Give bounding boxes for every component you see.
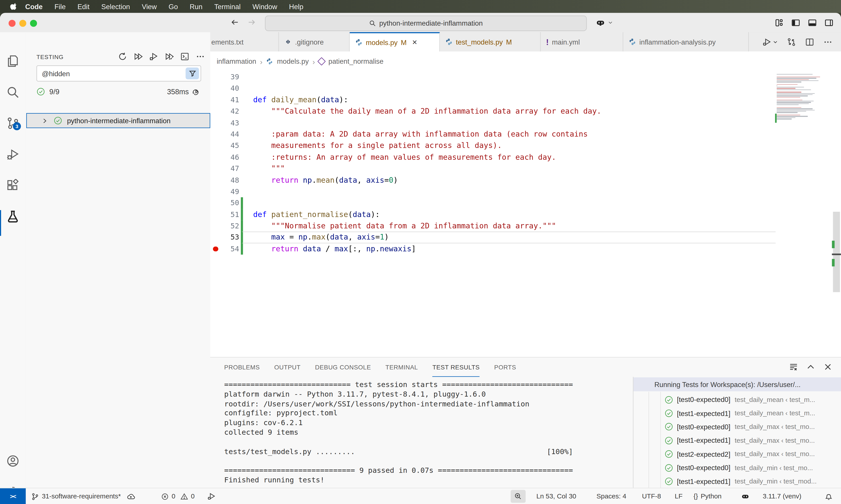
copilot-status-icon[interactable] [741,488,750,504]
breakpoint-icon[interactable] [210,247,221,252]
test-result-item[interactable]: [test1-expected1]test_daily_max ‹ test_m… [633,434,841,447]
code-line-40[interactable]: 40 [210,83,841,94]
refresh-tests-icon[interactable] [118,52,127,61]
maximize-panel-icon[interactable] [806,362,816,372]
debug-tests-icon[interactable] [149,52,158,61]
test-result-item[interactable]: [test2-expected2]test_daily_max ‹ test_m… [633,447,841,461]
back-arrow-icon[interactable] [230,18,239,27]
branch-item[interactable]: 31-software-requirements* [31,488,135,504]
test-result-item[interactable]: [test1-expected1]test_daily_mean ‹ test_… [633,407,841,420]
code-line-44[interactable]: 44 :param data: A 2D data array with inf… [210,129,841,140]
test-result-item[interactable]: [test0-expected0]test_daily_max ‹ test_m… [633,420,841,434]
test-result-item[interactable]: [test1-expected1]test_daily_min ‹ test_m… [633,474,841,488]
indentation[interactable]: Spaces: 4 [596,488,626,504]
line-number[interactable]: 43 [221,117,239,129]
breadcrumb-folder[interactable]: inflammation [217,57,256,65]
encoding[interactable]: UTF-8 [642,488,661,504]
forward-arrow-icon[interactable] [247,18,257,27]
panel-tab-debug-console[interactable]: DEBUG CONSOLE [315,358,371,377]
coverage-tests-icon[interactable] [165,52,174,61]
line-number[interactable]: 47 [221,163,239,175]
tab-gitignore[interactable]: .gitignore [279,32,350,52]
python-interpreter[interactable]: 3.11.7 (venv) [763,488,801,504]
run-python-file-icon[interactable] [762,37,778,46]
minimap[interactable] [776,74,828,125]
line-number[interactable]: 53 [221,232,239,243]
code-line-47[interactable]: 47 """ [210,163,841,175]
problems-item[interactable]: 0 0 [161,488,195,504]
code-line-53[interactable]: 53 max = np.max(data, axis=1) [210,232,841,243]
code-line-51[interactable]: 51def patient_normalise(data): [210,209,841,220]
code-line-50[interactable]: 50 [210,197,841,209]
toggle-secondary-sidebar-icon[interactable] [824,18,834,28]
panel-tab-terminal[interactable]: TERMINAL [385,358,418,377]
scrollbar-thumb[interactable] [833,212,840,292]
menu-window[interactable]: Window [252,2,277,11]
test-filter-input[interactable]: @hidden [37,65,202,81]
language-mode[interactable]: {} Python [694,488,722,504]
toggle-panel-icon[interactable] [808,18,817,28]
testing-icon[interactable] [6,210,19,223]
debug-status-icon[interactable] [207,488,215,504]
tab-models-py[interactable]: models.py M ✕ [350,32,440,52]
menu-edit[interactable]: Edit [77,2,90,11]
code-text[interactable]: def patient_normalise(data): [253,209,380,220]
test-result-item[interactable]: [test0-expected0]test_daily_min ‹ test_m… [633,461,841,474]
panel-tab-ports[interactable]: PORTS [494,358,516,377]
line-number[interactable]: 52 [221,220,239,232]
menu-terminal[interactable]: Terminal [214,2,241,11]
code-line-39[interactable]: 39 [210,71,841,83]
code-line-41[interactable]: 41def daily_mean(data): [210,94,841,106]
code-text[interactable]: max = np.max(data, axis=1) [253,232,389,243]
code-line-52[interactable]: 52 """Normalise patient data from a 2D i… [210,220,841,232]
close-icon[interactable]: ✕ [412,38,417,46]
line-number[interactable]: 49 [221,186,239,197]
test-terminal-icon[interactable] [180,52,189,61]
code-text[interactable]: measurements for a single patient across… [253,140,502,151]
panel-tab-problems[interactable]: PROBLEMS [224,358,260,377]
code-text[interactable]: :returns: An array of mean values of mea… [253,151,556,163]
line-number[interactable]: 50 [221,197,239,209]
more-actions-icon[interactable] [196,52,205,61]
copilot-icon[interactable] [595,18,606,28]
panel-tab-output[interactable]: OUTPUT [274,358,300,377]
rerun-icon[interactable] [192,87,200,96]
code-text[interactable]: :param data: A 2D data array with inflam… [253,129,588,140]
menu-run[interactable]: Run [190,2,203,11]
panel-tab-test-results[interactable]: TEST RESULTS [432,358,479,377]
line-number[interactable]: 45 [221,140,239,151]
open-changes-icon[interactable] [787,37,796,46]
line-number[interactable]: 54 [221,243,239,255]
menu-code[interactable]: Code [25,2,42,11]
line-number[interactable]: 41 [221,94,239,106]
run-all-tests-icon[interactable] [134,52,143,61]
chevron-right-icon[interactable] [41,117,48,124]
menu-view[interactable]: View [142,2,157,11]
tab-test-models-py[interactable]: test_models.py M [440,32,541,52]
chevron-down-icon[interactable] [608,20,613,25]
code-text[interactable]: """Normalise patient data from a 2D infl… [253,220,556,232]
line-number[interactable]: 40 [221,83,239,94]
test-tree-item[interactable]: python-intermediate-inflammation [26,113,210,128]
line-number[interactable]: 46 [221,151,239,163]
line-number[interactable]: 51 [221,209,239,220]
toggle-primary-sidebar-icon[interactable] [791,18,800,28]
remote-indicator[interactable]: >< [0,488,25,504]
clear-output-icon[interactable] [789,362,798,372]
notifications-bell-icon[interactable] [824,488,833,504]
test-run-header[interactable]: Running Tests for Workspace(s): /Users/u… [633,377,841,392]
line-number[interactable]: 39 [221,71,239,83]
split-editor-icon[interactable] [805,37,814,46]
code-text[interactable]: return np.mean(data, axis=0) [253,175,398,186]
filter-icon[interactable] [186,67,199,79]
line-number[interactable]: 44 [221,129,239,140]
menu-file[interactable]: File [54,2,66,11]
tab-requirements-txt[interactable]: ements.txt [210,32,279,52]
tab-main-yml[interactable]: ! main.yml [541,32,623,52]
tab-inflammation-analysis-py[interactable]: inflammation-analysis.py [623,32,749,52]
explorer-icon[interactable] [6,55,19,68]
window-zoom-button[interactable] [30,20,37,26]
menu-selection[interactable]: Selection [101,2,130,11]
code-line-49[interactable]: 49 [210,186,841,197]
cursor-position[interactable]: Ln 53, Col 30 [537,488,576,504]
